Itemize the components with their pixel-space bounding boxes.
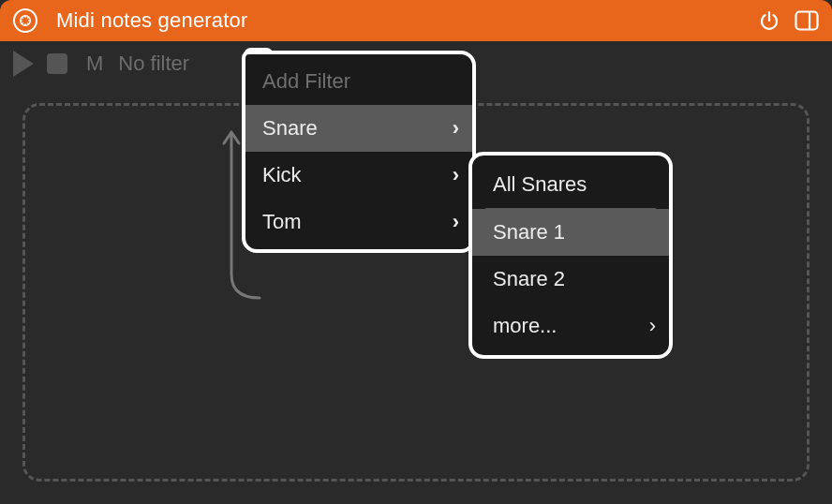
window-title: Midi notes generator [56,8,757,33]
chevron-right-icon: › [453,163,459,187]
submenu-item-label: Snare 1 [493,220,565,245]
titlebar: Midi notes generator [0,0,832,41]
menu-item-kick[interactable]: Kick › [245,152,472,199]
menu-header: Add Filter [245,60,472,105]
titlebar-actions [757,8,819,33]
submenu-item-label: more... [493,314,557,338]
submenu-item-all-snares[interactable]: All Snares [472,161,669,208]
submenu-item-snare-2[interactable]: Snare 2 [472,256,669,303]
submenu-item-snare-1[interactable]: Snare 1 [472,209,669,256]
menu-item-tom[interactable]: Tom › [245,199,472,245]
submenu-item-more[interactable]: more... › [472,303,669,349]
chevron-right-icon: › [649,314,656,338]
power-button[interactable] [757,8,781,33]
menu-item-snare[interactable]: Snare › [245,105,472,152]
chevron-right-icon: › [453,210,459,234]
stop-button[interactable] [47,53,67,74]
play-button[interactable] [13,51,34,77]
submenu-item-label: Snare 2 [493,267,565,291]
menu-item-label: Tom [262,210,302,234]
mute-button[interactable]: M [86,52,103,76]
snare-submenu: All Snares Snare 1 Snare 2 more... › [468,152,673,359]
svg-rect-1 [796,12,818,30]
menu-item-label: Kick [262,163,302,187]
filter-label: No filter [118,52,189,76]
menu-item-label: Snare [262,116,318,141]
submenu-item-label: All Snares [493,172,587,197]
add-filter-menu: Add Filter Snare › Kick › Tom › [242,51,476,253]
sidebar-toggle-button[interactable] [795,8,819,33]
chevron-right-icon: › [453,116,459,141]
app-icon [13,8,37,33]
